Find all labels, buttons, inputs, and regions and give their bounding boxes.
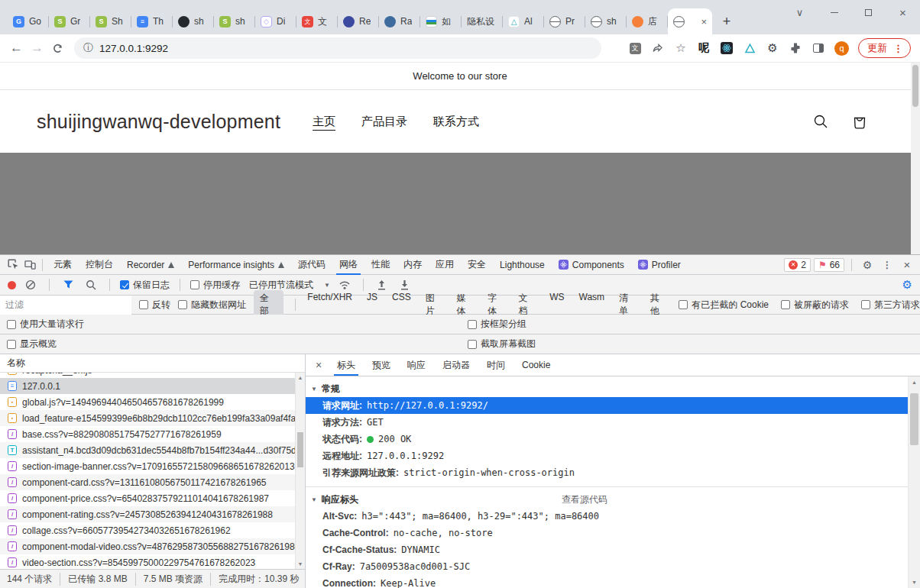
checkbox-unchecked[interactable] <box>7 320 16 329</box>
detail-tab[interactable]: 启动器 <box>434 354 478 376</box>
header-row[interactable]: 状态代码: 200 OK <box>306 431 908 447</box>
devtools-tab[interactable]: 网络 <box>332 255 364 274</box>
import-har-icon[interactable] <box>374 277 390 292</box>
checkbox-unchecked[interactable] <box>468 340 477 349</box>
browser-tab[interactable]: Al <box>503 8 544 34</box>
side-panel-icon[interactable] <box>811 41 825 55</box>
group-by-frame-checkbox[interactable]: 按框架分组 <box>468 318 526 331</box>
header-row[interactable]: 请求网址: http://127.0.0.1:9292/ <box>306 397 908 414</box>
filter-type-chip[interactable]: JS <box>367 292 377 318</box>
bookmark-star-icon[interactable]: ☆ <box>674 41 688 55</box>
header-row[interactable]: Alt-Svc: h3=":443"; ma=86400, h3-29=":44… <box>306 508 908 525</box>
checkbox-checked[interactable] <box>120 280 129 289</box>
devtools-close-icon[interactable]: × <box>899 257 915 273</box>
browser-tab[interactable]: Th <box>131 8 173 34</box>
detail-tab[interactable]: 响应 <box>399 354 434 376</box>
scroll-up-icon[interactable]: ▲ <box>296 375 305 380</box>
hide-data-urls-checkbox[interactable]: 隐藏数据网址 <box>178 299 246 312</box>
disable-cache-checkbox[interactable]: 停用缓存 <box>190 279 240 292</box>
filter-type-chip[interactable]: CSS <box>392 292 411 318</box>
throttling-dropdown[interactable]: 已停用节流模式 ▼ <box>249 279 330 292</box>
browser-tab-active[interactable]: × <box>668 8 712 34</box>
response-headers-section-header[interactable]: ▼ 响应标头 查看源代码 <box>306 492 908 508</box>
browser-tab[interactable]: sh <box>214 8 255 34</box>
close-detail-icon[interactable]: × <box>309 359 329 371</box>
browser-tab[interactable]: 文 <box>296 8 338 34</box>
blocked-requests-checkbox[interactable]: 被屏蔽的请求 <box>781 299 849 312</box>
new-tab-button[interactable]: + <box>715 11 738 32</box>
checkbox-unchecked[interactable] <box>178 300 187 309</box>
filter-funnel-icon[interactable] <box>60 277 76 292</box>
calligraphy-extension-icon[interactable]: 呢 <box>697 41 711 55</box>
header-row[interactable]: Connection: Keep-Alive <box>306 575 908 588</box>
translate-icon[interactable]: 文 <box>628 41 642 55</box>
header-row[interactable]: 远程地址: 127.0.0.1:9292 <box>306 447 908 464</box>
devtools-tab[interactable]: 性能 <box>364 255 397 274</box>
filter-type-chip[interactable]: 媒体 <box>456 292 473 318</box>
react-devtools-icon[interactable] <box>720 41 734 55</box>
devtools-tab[interactable]: 控制台 <box>79 255 120 274</box>
clear-network-log-icon[interactable] <box>22 277 39 292</box>
invert-checkbox[interactable]: 反转 <box>139 299 170 312</box>
devtools-tab[interactable]: 元素 <box>47 255 79 274</box>
tab-search-chevron-icon[interactable]: ∨ <box>782 0 817 25</box>
network-settings-gear-icon[interactable]: ⚙ <box>902 278 920 292</box>
request-row[interactable]: load_feature-e154599399e6b8b29dcb1102cc7… <box>0 410 305 426</box>
browser-tab[interactable]: 隐私设 <box>462 8 503 34</box>
error-count-badge[interactable]: ✕ 2 <box>784 258 811 272</box>
browser-tab[interactable]: sh <box>173 8 214 34</box>
request-row[interactable]: 127.0.0.1 <box>0 378 305 394</box>
nav-link[interactable]: 产品目录 <box>361 115 407 129</box>
devtools-tab[interactable]: Lighthouse <box>493 255 552 274</box>
address-bar[interactable]: ⓘ 127.0.0.1:9292 <box>74 37 601 59</box>
browser-tab[interactable]: sh <box>585 8 627 34</box>
large-rows-checkbox[interactable]: 使用大量请求行 <box>7 318 84 331</box>
request-row[interactable]: global.js?v=1494969440465046576816782619… <box>0 394 305 410</box>
search-icon[interactable] <box>812 113 829 130</box>
request-row[interactable]: collage.css?v=66057739542734032651678261… <box>0 522 305 538</box>
filter-type-chip[interactable]: 其他 <box>650 292 667 318</box>
triangle-extension-icon[interactable] <box>743 41 756 55</box>
checkbox-unchecked[interactable] <box>679 300 688 309</box>
detail-scrollbar[interactable]: ▲ ▼ <box>908 376 920 588</box>
request-row[interactable]: recaptcha__en.js <box>0 373 305 378</box>
record-network-log-icon[interactable] <box>8 281 16 289</box>
request-list-scrollbar[interactable]: ▲ ▼ <box>295 373 305 569</box>
cart-bag-icon[interactable] <box>851 113 868 130</box>
page-scrollbar-thumb[interactable] <box>912 65 918 107</box>
header-row[interactable]: Cf-Ray: 7a5009538ac0d001-SJC <box>306 558 908 575</box>
profile-avatar[interactable]: q <box>834 41 849 56</box>
search-network-icon[interactable] <box>83 277 99 292</box>
scroll-down-icon[interactable]: ▼ <box>909 580 920 585</box>
checkbox-unchecked[interactable] <box>861 300 870 309</box>
browser-tab[interactable]: 店 <box>627 8 668 34</box>
devtools-tab[interactable]: Components <box>552 255 631 274</box>
browser-tab[interactable]: Di <box>255 8 296 34</box>
scrollbar-thumb[interactable] <box>297 432 303 467</box>
page-info-icon[interactable]: ⓘ <box>83 41 93 55</box>
filter-type-chip[interactable]: WS <box>549 292 564 318</box>
browser-tab[interactable]: Sh <box>90 8 131 34</box>
browser-tab[interactable]: Go <box>8 8 49 34</box>
devtools-tab[interactable]: 源代码 <box>291 255 332 274</box>
devtools-tab[interactable]: 安全 <box>461 255 493 274</box>
capture-screenshots-checkbox[interactable]: 截取屏幕截图 <box>468 338 536 351</box>
request-row[interactable]: section-image-banner.css?v=1709165572158… <box>0 458 305 474</box>
header-row[interactable]: 请求方法: GET <box>306 414 908 431</box>
tab-close-icon[interactable]: × <box>701 17 707 27</box>
devtools-tab[interactable]: Performance insights <box>181 255 291 274</box>
header-row[interactable]: Cache-Control: no-cache, no-store <box>306 525 908 541</box>
browser-tab[interactable]: Gr <box>49 8 90 34</box>
extensions-puzzle-icon[interactable] <box>789 41 802 55</box>
scroll-up-icon[interactable]: ▲ <box>909 380 920 385</box>
view-source-link[interactable]: 查看源代码 <box>562 493 607 506</box>
scroll-down-icon[interactable]: ▼ <box>296 561 305 567</box>
request-row[interactable]: component-rating.css?v=24573085263941240… <box>0 506 305 522</box>
filter-type-chip[interactable]: Fetch/XHR <box>307 292 352 318</box>
filter-type-chip[interactable]: 字体 <box>488 292 504 318</box>
nav-link[interactable]: 主页 <box>313 115 335 129</box>
device-toolbar-icon[interactable] <box>21 257 38 273</box>
preserve-log-checkbox[interactable]: 保留日志 <box>120 279 170 292</box>
show-overview-checkbox[interactable]: 显示概览 <box>7 338 57 351</box>
request-row[interactable]: component-card.css?v=1311610805675011742… <box>0 474 305 490</box>
